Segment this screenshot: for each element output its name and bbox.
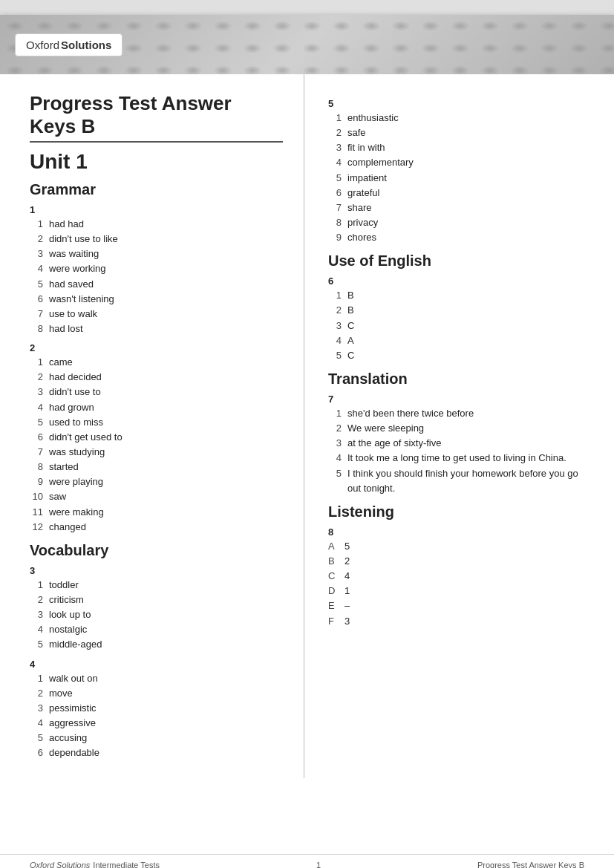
list-item: 5accusing bbox=[30, 731, 283, 745]
list-item: 4nostalgic bbox=[30, 622, 283, 637]
list-item: 10saw bbox=[30, 489, 283, 504]
vocabulary-section-title: Vocabulary bbox=[30, 542, 283, 559]
question-5-label: 5 bbox=[328, 98, 593, 109]
vocabulary-q4-list: 1walk out on 2move 3pessimistic 4aggress… bbox=[30, 671, 283, 761]
footer-left: Oxford Solutions Intermediate Tests bbox=[30, 861, 160, 868]
grammar-section-title: Grammar bbox=[30, 181, 283, 198]
list-item: 11were making bbox=[30, 505, 283, 520]
use-of-english-section-title: Use of English bbox=[328, 252, 593, 270]
list-item: 2We were sleeping bbox=[328, 421, 593, 436]
list-item: B2 bbox=[328, 554, 593, 569]
list-item: 9were playing bbox=[30, 474, 283, 489]
list-item: 2safe bbox=[328, 125, 593, 140]
list-item: D1 bbox=[328, 584, 593, 598]
right-column: 5 1enthusiastic 2safe 3fit in with 4comp… bbox=[304, 74, 614, 778]
list-item: 2didn't use to like bbox=[30, 232, 283, 247]
grammar-q1-list: 1had had 2didn't use to like 3was waitin… bbox=[30, 217, 283, 336]
list-item: 2B bbox=[328, 303, 593, 318]
list-item: 3pessimistic bbox=[30, 701, 283, 716]
footer-right: Progress Test Answer Keys B bbox=[477, 861, 584, 868]
logo-box: Oxford Solutions bbox=[15, 33, 123, 56]
list-item: 3at the age of sixty-five bbox=[328, 436, 593, 451]
list-item: 5impatient bbox=[328, 171, 593, 186]
list-item: F3 bbox=[328, 614, 593, 629]
left-column: Progress Test Answer Keys B Unit 1 Gramm… bbox=[0, 74, 304, 778]
list-item: 6wasn't listening bbox=[30, 292, 283, 307]
grammar-q2-list: 1came 2had decided 3didn't use to 4had g… bbox=[30, 355, 283, 535]
footer-page-num: 1 bbox=[316, 861, 321, 868]
list-item: 7share bbox=[328, 200, 593, 215]
list-item: 8started bbox=[30, 460, 283, 474]
question-6-label: 6 bbox=[328, 275, 593, 287]
list-item: 4aggressive bbox=[30, 716, 283, 731]
question-7-label: 7 bbox=[328, 394, 593, 405]
list-item: 1walk out on bbox=[30, 671, 283, 686]
list-item: 6dependable bbox=[30, 745, 283, 760]
page-title: Progress Test Answer Keys B bbox=[30, 92, 283, 138]
title-divider bbox=[30, 141, 283, 143]
list-item: 4complementary bbox=[328, 155, 593, 170]
list-item: 4A bbox=[328, 333, 593, 348]
question-2-label: 2 bbox=[30, 342, 283, 353]
list-item: 2had decided bbox=[30, 370, 283, 385]
list-item: 5I think you should finish your homework… bbox=[328, 466, 593, 496]
list-item: 1had had bbox=[30, 217, 283, 232]
list-item: C4 bbox=[328, 569, 593, 584]
list-item: 1enthusiastic bbox=[328, 111, 593, 125]
page: Oxford Solutions Progress Test Answer Ke… bbox=[0, 15, 614, 868]
list-item: 3was waiting bbox=[30, 247, 283, 261]
translation-section-title: Translation bbox=[328, 371, 593, 388]
vocabulary-q3-list: 1toddler 2criticism 3look up to 4nostalg… bbox=[30, 578, 283, 653]
list-item: A5 bbox=[328, 539, 593, 554]
q7-list: 1she'd been there twice before 2We were … bbox=[328, 406, 593, 496]
footer: Oxford Solutions Intermediate Tests 1 Pr… bbox=[0, 854, 614, 868]
logo-solutions: Solutions bbox=[61, 39, 111, 51]
list-item: 1she'd been there twice before bbox=[328, 406, 593, 421]
list-item: 5middle-aged bbox=[30, 637, 283, 652]
list-item: 1came bbox=[30, 355, 283, 370]
list-item: 8had lost bbox=[30, 322, 283, 336]
list-item: 6grateful bbox=[328, 186, 593, 200]
question-4-label: 4 bbox=[30, 659, 283, 670]
list-item: 1B bbox=[328, 288, 593, 303]
list-item: 4were working bbox=[30, 261, 283, 276]
unit-title: Unit 1 bbox=[30, 150, 283, 174]
list-item: 6didn't get used to bbox=[30, 430, 283, 445]
list-item: E– bbox=[328, 598, 593, 613]
list-item: 2criticism bbox=[30, 593, 283, 607]
list-item: 12changed bbox=[30, 520, 283, 535]
listening-section-title: Listening bbox=[328, 503, 593, 521]
q6-list: 1B 2B 3C 4A 5C bbox=[328, 288, 593, 363]
question-1-label: 1 bbox=[30, 204, 283, 215]
list-item: 9chores bbox=[328, 230, 593, 245]
logo-oxford: Oxford bbox=[26, 39, 59, 51]
list-item: 7was studying bbox=[30, 445, 283, 460]
list-item: 3didn't use to bbox=[30, 385, 283, 399]
footer-tests: Intermediate Tests bbox=[93, 861, 160, 868]
header-banner: Oxford Solutions bbox=[0, 15, 614, 74]
list-item: 4It took me a long time to get used to l… bbox=[328, 451, 593, 466]
question-8-label: 8 bbox=[328, 526, 593, 538]
question-3-label: 3 bbox=[30, 565, 283, 576]
list-item: 3C bbox=[328, 319, 593, 333]
list-item: 2move bbox=[30, 686, 283, 701]
list-item: 3fit in with bbox=[328, 140, 593, 155]
list-item: 8privacy bbox=[328, 215, 593, 230]
footer-oxford: Oxford Solutions bbox=[30, 861, 90, 868]
list-item: 7use to walk bbox=[30, 307, 283, 322]
list-item: 5C bbox=[328, 348, 593, 363]
q8-list: A5 B2 C4 D1 E– F3 bbox=[328, 539, 593, 629]
list-item: 5used to miss bbox=[30, 415, 283, 430]
list-item: 1toddler bbox=[30, 578, 283, 593]
list-item: 3look up to bbox=[30, 607, 283, 622]
list-item: 4had grown bbox=[30, 400, 283, 415]
content-area: Progress Test Answer Keys B Unit 1 Gramm… bbox=[0, 74, 614, 778]
q5-list: 1enthusiastic 2safe 3fit in with 4comple… bbox=[328, 111, 593, 245]
list-item: 5had saved bbox=[30, 277, 283, 292]
